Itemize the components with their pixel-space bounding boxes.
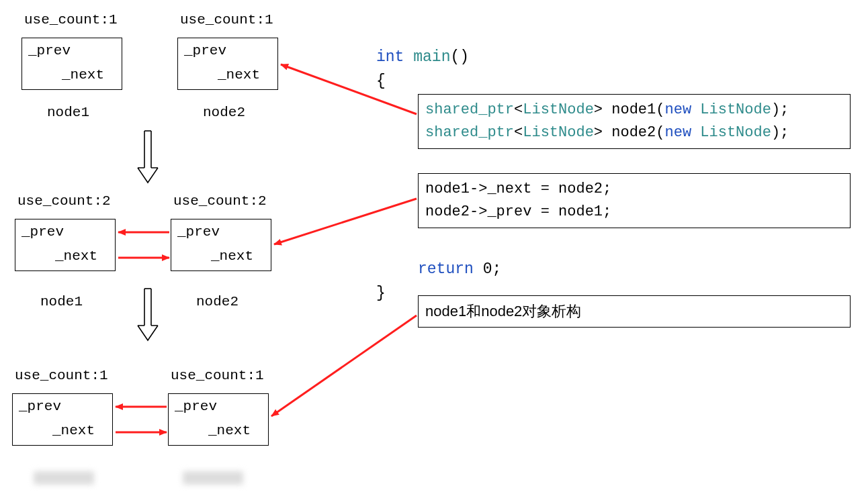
stage1-node-left-label: node1 xyxy=(47,105,89,120)
tok-gt: > xyxy=(594,124,603,141)
stage2-node-right-prev: _prev xyxy=(177,224,220,240)
arrow-code2-to-stage2 xyxy=(274,199,417,244)
tok-listnode: ListNode xyxy=(523,101,594,118)
code-box-3-text: node1和node2对象析构 xyxy=(425,300,843,323)
stage3-node-left-next: _next xyxy=(52,423,95,438)
stage3-node-left-label-blur xyxy=(34,471,94,485)
tok-sharedptr: shared_ptr xyxy=(425,124,514,141)
code-brace-open: { xyxy=(376,72,386,90)
tok-listnode: ListNode xyxy=(523,124,594,141)
arrow-code3-to-stage3 xyxy=(271,315,417,416)
stage3-node-right-prev: _prev xyxy=(175,399,217,414)
tok-sharedptr: shared_ptr xyxy=(425,101,514,118)
stage1-node-right-next: _next xyxy=(218,67,260,83)
stage3-node-right-next: _next xyxy=(208,423,251,438)
tok-new: new xyxy=(664,101,691,118)
tok-new: new xyxy=(664,124,691,141)
stage2-node-left-next: _next xyxy=(55,248,97,264)
tok-lt: < xyxy=(514,124,523,141)
code-box-1: shared_ptr<ListNode> node1(new ListNode)… xyxy=(418,94,851,149)
code-box-3: node1和node2对象析构 xyxy=(418,295,851,328)
code-signature: int main() xyxy=(376,48,469,66)
stage1-node-right-prev: _prev xyxy=(184,43,226,58)
down-arrow-1 xyxy=(138,131,158,183)
stage3-usecount-right: use_count:1 xyxy=(171,368,264,383)
arrow-code1-to-stage1 xyxy=(281,64,417,114)
code-line-1: shared_ptr<ListNode> node1(new ListNode)… xyxy=(425,99,843,121)
tok-lt: < xyxy=(514,101,523,118)
stage2-usecount-left: use_count:2 xyxy=(17,193,111,209)
stage3-node-right-label-blur xyxy=(183,471,243,485)
stage2-node-right-next: _next xyxy=(211,248,253,264)
stage3-node-left-prev: _prev xyxy=(19,399,61,414)
tok-listnode2: ListNode xyxy=(691,101,771,118)
tok-gt: > xyxy=(594,101,603,118)
code-fn-main: main xyxy=(413,48,450,66)
tok-close: ); xyxy=(771,101,789,118)
tok-var: node2 xyxy=(603,124,656,141)
tok-close: ); xyxy=(771,124,789,141)
tok-listnode2: ListNode xyxy=(691,124,771,141)
stage2-node-left-prev: _prev xyxy=(21,224,64,240)
stage1-usecount-left: use_count:1 xyxy=(24,12,118,28)
stage2-node-left-label: node1 xyxy=(40,294,83,309)
code-parens: () xyxy=(450,48,469,66)
stage2-node-right-label: node2 xyxy=(196,294,238,309)
tok-return: return xyxy=(418,260,474,278)
stage1-node-left-prev: _prev xyxy=(28,43,71,58)
code-line-3: node1->_next = node2; xyxy=(425,178,843,201)
stage1-node-right-label: node2 xyxy=(203,105,245,120)
tok-open: ( xyxy=(656,101,664,118)
tok-zero: 0; xyxy=(474,260,501,278)
code-kw-int: int xyxy=(376,48,404,66)
tok-var: node1 xyxy=(603,101,656,118)
code-brace-close: } xyxy=(376,285,386,302)
arrows-layer xyxy=(0,0,868,494)
code-line-2: shared_ptr<ListNode> node2(new ListNode)… xyxy=(425,121,843,144)
code-box-2: node1->_next = node2; node2->_prev = nod… xyxy=(418,173,851,228)
code-line-4: node2->_prev = node1; xyxy=(425,201,843,224)
down-arrow-2 xyxy=(138,289,158,340)
stage3-usecount-left: use_count:1 xyxy=(15,368,108,383)
tok-open: ( xyxy=(656,124,664,141)
stage1-node-left-next: _next xyxy=(62,67,104,83)
stage2-usecount-right: use_count:2 xyxy=(173,193,267,209)
stage1-usecount-right: use_count:1 xyxy=(180,12,273,28)
code-return: return 0; xyxy=(418,260,501,278)
